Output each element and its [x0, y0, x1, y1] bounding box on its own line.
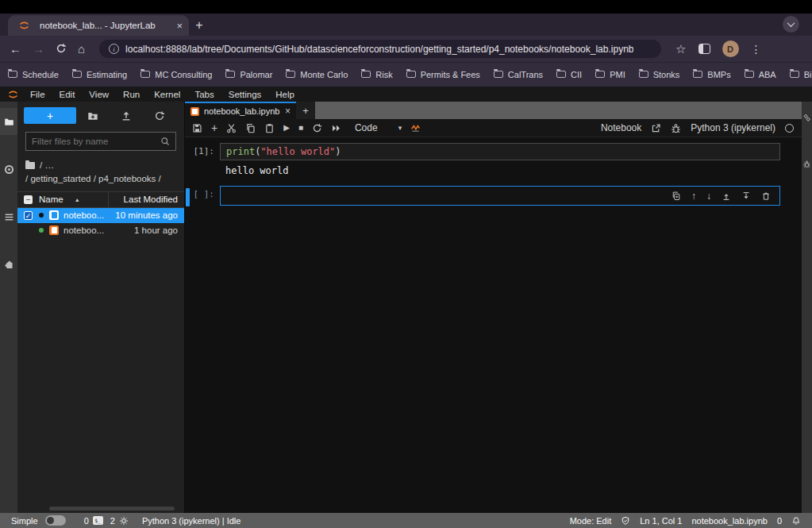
file-list-header: – Name ▲ Last Modified [17, 191, 184, 208]
cell-type-dropdown[interactable]: Code ▾ [355, 122, 402, 133]
upload-icon[interactable] [110, 110, 143, 121]
menu-edit[interactable]: Edit [52, 90, 83, 99]
browser-tab[interactable]: notebook_lab... - JupyterLab × [8, 15, 189, 36]
cursor-position[interactable]: Ln 1, Col 1 [640, 516, 682, 526]
bookmark-item[interactable]: CalTrans [494, 70, 543, 79]
horizontal-scrollbar[interactable] [49, 507, 175, 511]
column-last-modified[interactable]: Last Modified [108, 192, 184, 207]
notifications-count[interactable]: 0 [777, 516, 782, 526]
copy-icon[interactable] [245, 123, 256, 133]
filter-files-box[interactable] [25, 132, 176, 151]
code-cell[interactable]: [1]: print("hello world") [185, 143, 802, 160]
kernel-activity-icon[interactable] [410, 123, 421, 133]
delete-cell-icon[interactable] [761, 191, 771, 201]
new-tab-button[interactable]: + [189, 15, 210, 36]
mode-indicator[interactable]: Mode: Edit [570, 516, 612, 526]
bookmark-item[interactable]: MC Consulting [140, 70, 212, 79]
select-all-checkbox[interactable]: – [24, 195, 33, 204]
debugger-sidebar-icon[interactable] [802, 157, 811, 172]
simple-mode-toggle[interactable] [45, 515, 66, 526]
menu-settings[interactable]: Settings [221, 90, 269, 99]
insert-cell-icon[interactable]: + [211, 122, 217, 133]
kernel-name[interactable]: Python 3 (ipykernel) [691, 122, 775, 133]
sort-ascending-icon[interactable]: ▲ [75, 197, 80, 202]
bookmark-item[interactable]: Schedule [8, 70, 59, 79]
bookmark-item[interactable]: Stonks [639, 70, 680, 79]
move-down-icon[interactable]: ↓ [706, 191, 711, 201]
file-row[interactable]: noteboo... 1 hour ago [17, 223, 184, 238]
menu-file[interactable]: File [23, 90, 52, 99]
notebook-tab[interactable]: notebook_lab.ipynb × [185, 102, 296, 119]
restart-kernel-icon[interactable] [312, 123, 322, 133]
cut-icon[interactable] [226, 123, 237, 133]
insert-below-icon[interactable] [741, 191, 751, 201]
site-info-icon[interactable]: i [109, 44, 119, 54]
kernel-status-text[interactable]: Python 3 (ipykernel) | Idle [142, 516, 241, 526]
filter-files-input[interactable] [32, 137, 156, 146]
refresh-icon[interactable] [143, 110, 176, 121]
browser-menu-icon[interactable]: ⋮ [751, 43, 762, 56]
new-folder-icon[interactable] [76, 110, 110, 121]
home-icon[interactable]: ⌂ [78, 43, 85, 55]
column-name[interactable]: Name [39, 195, 63, 204]
table-of-contents-icon[interactable] [0, 203, 17, 230]
duplicate-cell-icon[interactable] [672, 191, 681, 201]
bell-icon[interactable] [791, 516, 801, 526]
running-kernels-icon[interactable] [0, 156, 17, 183]
insert-above-icon[interactable] [722, 191, 731, 201]
move-up-icon[interactable]: ↑ [691, 191, 696, 201]
debugger-icon[interactable] [671, 123, 681, 133]
paste-icon[interactable] [264, 123, 275, 133]
property-inspector-icon[interactable] [802, 111, 811, 125]
kernel-status-icon[interactable] [785, 124, 794, 133]
menu-help[interactable]: Help [268, 90, 302, 99]
row-checkbox-checked[interactable]: ✓ [24, 211, 33, 220]
bookmark-item[interactable]: CII [556, 70, 582, 79]
bookmark-item[interactable]: BMPs [693, 70, 730, 79]
menu-kernel[interactable]: Kernel [147, 90, 187, 99]
bookmark-item[interactable]: Permits & Fees [406, 70, 480, 79]
breadcrumb[interactable]: / … / getting_started / p4_notebooks / [17, 157, 184, 191]
extension-manager-icon[interactable] [0, 251, 17, 278]
bookmark-item[interactable]: Palomar [225, 70, 272, 79]
folder-icon [361, 71, 371, 78]
bookmark-item[interactable]: Monte Carlo [286, 70, 348, 79]
save-icon[interactable] [192, 123, 202, 133]
interrupt-icon[interactable]: ■ [298, 124, 303, 132]
breadcrumb-path[interactable]: / getting_started / p4_notebooks / [25, 172, 176, 186]
home-folder-icon[interactable] [25, 162, 35, 169]
kernels-status[interactable]: 2 [110, 516, 129, 526]
bookmark-star-icon[interactable]: ☆ [675, 42, 686, 56]
close-icon[interactable]: × [285, 106, 291, 116]
status-filename[interactable]: notebook_lab.ipynb [691, 516, 767, 526]
tab-search-button[interactable] [783, 16, 799, 33]
reload-icon[interactable] [56, 43, 67, 56]
active-code-cell[interactable]: [ ]: ↑ ↓ [185, 186, 802, 206]
bookmark-item[interactable]: Bills [790, 70, 812, 79]
bookmark-item[interactable]: PMI [595, 70, 625, 79]
address-bar[interactable]: i localhost:8888/lab/tree/Documents/GitH… [99, 40, 661, 58]
add-tab-button[interactable]: + [296, 102, 315, 119]
file-browser-toolbar: + [17, 102, 184, 129]
back-icon[interactable]: ← [10, 43, 21, 55]
run-icon[interactable]: ▶ [283, 124, 290, 132]
bookmark-item[interactable]: ABA [745, 70, 776, 79]
profile-avatar[interactable]: D [722, 40, 739, 57]
menu-view[interactable]: View [82, 90, 116, 99]
menu-run[interactable]: Run [116, 90, 147, 99]
code-input[interactable]: print("hello world") [220, 143, 780, 160]
menu-tabs[interactable]: Tabs [187, 90, 221, 99]
new-launcher-button[interactable]: + [24, 107, 76, 124]
tab-close-icon[interactable]: × [176, 21, 183, 31]
bookmark-item[interactable]: Estimating [72, 70, 127, 79]
side-panel-icon[interactable] [698, 44, 710, 54]
restart-run-all-icon[interactable] [331, 123, 341, 133]
bookmark-item[interactable]: Risk [361, 70, 392, 79]
terminals-status[interactable]: 0 $_ [84, 516, 103, 526]
notebook-file-icon [49, 225, 59, 235]
file-row-selected[interactable]: ✓ noteboo... 10 minutes ago [17, 208, 184, 223]
launch-external-icon[interactable] [651, 123, 661, 133]
cell-collapser[interactable] [186, 188, 190, 206]
file-browser-icon[interactable] [0, 108, 17, 135]
code-input-active[interactable]: ↑ ↓ [220, 186, 780, 206]
